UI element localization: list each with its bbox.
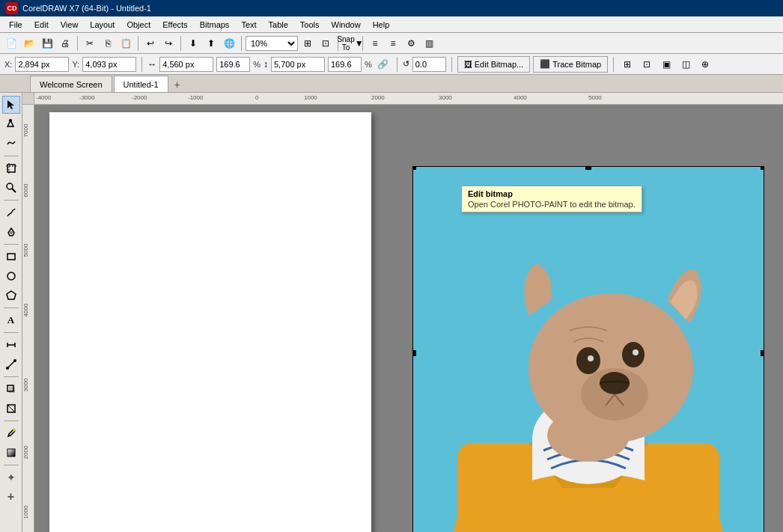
undo-button[interactable]: ↩ — [142, 35, 159, 52]
menu-effects[interactable]: Effects — [156, 19, 193, 31]
shadow-tool-button[interactable] — [2, 380, 20, 398]
prop-btn2[interactable]: ⊡ — [639, 56, 655, 73]
edit-bitmap-icon: 🖼 — [464, 60, 472, 69]
fill-gradient-tool-button[interactable] — [2, 444, 20, 462]
selection-handles — [412, 166, 764, 532]
print-button[interactable]: 🖨 — [57, 35, 73, 52]
x-input[interactable] — [15, 57, 69, 72]
menu-file[interactable]: File — [3, 19, 28, 31]
tool-sep2 — [4, 200, 19, 201]
svg-point-16 — [13, 359, 16, 362]
smart-draw-tool-button[interactable]: ✦ — [2, 468, 20, 486]
handle-top-left[interactable] — [412, 166, 416, 170]
align-right-button[interactable]: ≡ — [385, 35, 401, 52]
save-button[interactable]: 💾 — [39, 35, 55, 52]
ruler-mark-0: 0 — [255, 94, 258, 101]
rectangle-tool-button[interactable] — [2, 248, 20, 266]
ruler-mark-3000: -3000 — [79, 94, 94, 101]
vruler-2000: 2000 — [22, 446, 29, 459]
x-label: X: — [4, 60, 12, 69]
zoom-tool-button[interactable] — [2, 179, 20, 197]
svg-point-1 — [9, 119, 12, 122]
publish-button[interactable]: 🌐 — [221, 35, 237, 52]
more-button[interactable]: ▥ — [421, 35, 437, 52]
dimension-tool-button[interactable] — [2, 336, 20, 354]
export-button[interactable]: ⬆ — [203, 35, 219, 52]
sep4 — [241, 36, 242, 51]
import-button[interactable]: ⬇ — [185, 35, 201, 52]
svg-line-20 — [7, 405, 15, 412]
height-input[interactable] — [271, 57, 325, 72]
connector-tool-button[interactable] — [2, 355, 20, 373]
smudge-tool-button[interactable] — [2, 135, 20, 153]
menu-edit[interactable]: Edit — [28, 19, 55, 31]
crop-tool-button[interactable] — [2, 159, 20, 177]
height-pct-input[interactable] — [328, 57, 362, 72]
tool-sep8 — [4, 465, 19, 465]
redo-button[interactable]: ↪ — [160, 35, 177, 52]
lock-ratio-button[interactable]: 🔗 — [375, 56, 392, 73]
handle-top-center[interactable] — [585, 166, 591, 170]
polygon-tool-button[interactable] — [2, 287, 20, 305]
ellipse-tool-button[interactable] — [2, 267, 20, 285]
menu-view[interactable]: View — [55, 19, 85, 31]
select-tool-button[interactable] — [2, 96, 20, 114]
prop-btn1[interactable]: ⊞ — [619, 56, 636, 73]
paste-button[interactable]: 📋 — [118, 35, 134, 52]
width-input[interactable] — [159, 57, 213, 72]
svg-rect-22 — [7, 449, 15, 456]
fill-tool-button[interactable] — [2, 223, 20, 241]
tab-untitled-label: Untitled-1 — [124, 80, 159, 89]
y-input[interactable] — [82, 57, 136, 72]
tab-untitled-1[interactable]: Untitled-1 — [114, 76, 168, 92]
freehand-tool-button[interactable] — [2, 204, 20, 221]
svg-point-7 — [10, 231, 13, 234]
angle-icon: ↺ — [403, 59, 409, 69]
sep-prop2 — [397, 57, 397, 72]
angle-input[interactable] — [412, 57, 446, 72]
menu-table[interactable]: Table — [263, 19, 294, 31]
add-page-button[interactable]: + — [2, 488, 20, 506]
eyedropper-tool-button[interactable] — [2, 424, 20, 442]
prop-btn4[interactable]: ◫ — [677, 56, 694, 73]
options-button[interactable]: ⚙ — [403, 35, 419, 52]
ruler-corner — [22, 93, 34, 105]
cut-button[interactable]: ✂ — [82, 35, 98, 52]
menu-help[interactable]: Help — [367, 19, 396, 31]
prop-btn3[interactable]: ▣ — [658, 56, 674, 73]
shape-tool-button[interactable] — [2, 115, 20, 133]
copy-button[interactable]: ⎘ — [100, 35, 116, 52]
vruler-1000: 1000 — [22, 506, 29, 519]
width-pct-input[interactable] — [216, 57, 250, 72]
tabs-bar: Welcome Screen Untitled-1 + — [0, 75, 783, 93]
handle-middle-right[interactable] — [761, 350, 764, 356]
zoom-all-button[interactable]: ⊡ — [317, 35, 334, 52]
text-tool-button[interactable]: A — [2, 311, 20, 329]
menu-text[interactable]: Text — [235, 19, 262, 31]
canvas-scroll[interactable]: Edit bitmap Open Corel PHOTO-PAINT to ed… — [34, 105, 783, 532]
dog-image-container[interactable] — [412, 166, 764, 532]
tab-welcome-screen[interactable]: Welcome Screen — [30, 76, 112, 92]
transparency-tool-button[interactable] — [2, 400, 20, 418]
menu-bar: File Edit View Layout Object Effects Bit… — [0, 16, 783, 33]
snap-to-button[interactable]: Snap To▼ — [342, 35, 359, 52]
sep6 — [362, 36, 363, 51]
tab-add-button[interactable]: + — [170, 77, 185, 92]
align-left-button[interactable]: ≡ — [367, 35, 383, 52]
svg-rect-17 — [9, 387, 15, 393]
prop-btn5[interactable]: ⊕ — [697, 56, 713, 73]
zoom-dropdown[interactable]: 10% 25%50%75%100% — [246, 36, 298, 51]
menu-object[interactable]: Object — [121, 19, 156, 31]
handle-middle-left[interactable] — [412, 350, 416, 356]
handle-top-right[interactable] — [761, 166, 764, 170]
new-button[interactable]: 📄 — [3, 35, 19, 52]
title-text: CorelDRAW X7 (64-Bit) - Untitled-1 — [22, 4, 151, 13]
menu-tools[interactable]: Tools — [294, 19, 326, 31]
open-button[interactable]: 📂 — [21, 35, 37, 52]
menu-layout[interactable]: Layout — [84, 19, 121, 31]
zoom-fit-button[interactable]: ⊞ — [299, 35, 316, 52]
menu-window[interactable]: Window — [326, 19, 367, 31]
edit-bitmap-button[interactable]: 🖼 Edit Bitmap... — [457, 56, 530, 73]
menu-bitmaps[interactable]: Bitmaps — [194, 19, 236, 31]
trace-bitmap-button[interactable]: ⬛ Trace Bitmap — [533, 56, 608, 73]
